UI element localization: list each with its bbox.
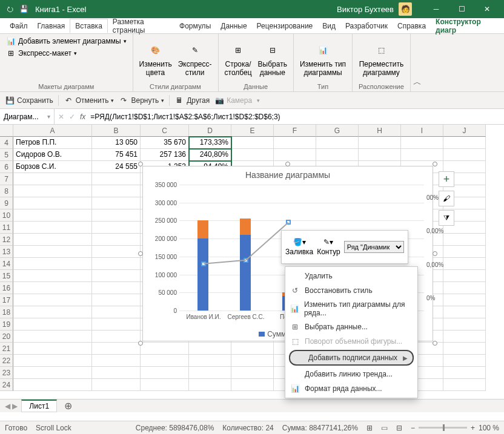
cell[interactable] xyxy=(189,379,231,391)
cell[interactable] xyxy=(443,367,486,379)
autosave-icon[interactable]: ⭮ xyxy=(5,4,16,15)
data-point[interactable] xyxy=(244,258,248,263)
cell[interactable] xyxy=(231,149,274,161)
cell[interactable] xyxy=(13,367,92,379)
handle-tl[interactable] xyxy=(138,162,143,166)
quick-layout-button[interactable]: ⊞Экспресс-макет ▾ xyxy=(6,48,77,58)
cell[interactable] xyxy=(189,355,231,367)
menu-reset-style[interactable]: ↺Восстановить стиль xyxy=(285,283,417,298)
enter-icon[interactable]: ✓ xyxy=(69,113,75,121)
cell[interactable] xyxy=(13,330,92,343)
row-header[interactable]: 18 xyxy=(0,306,13,318)
cell[interactable] xyxy=(13,306,92,318)
qat-redo-button[interactable]: ↷Вернуть ▾ xyxy=(119,96,164,105)
cell[interactable] xyxy=(92,185,141,197)
cell[interactable] xyxy=(443,282,486,294)
select-data-button[interactable]: ⊟Выбрать данные xyxy=(258,42,287,77)
cell[interactable]: Петров П.П. xyxy=(13,137,92,149)
col-header[interactable]: C xyxy=(141,125,189,137)
tab-formulas[interactable]: Формулы xyxy=(174,19,216,33)
spreadsheet-grid[interactable]: ABCDEFGHIJ 4Петров П.П.13 05035 670173,3… xyxy=(0,125,504,398)
chart-elements-button[interactable]: + xyxy=(439,171,454,187)
cell[interactable] xyxy=(13,246,92,258)
qat-save-button[interactable]: 💾Сохранить xyxy=(5,96,53,105)
row-header[interactable]: 8 xyxy=(0,185,13,197)
cell[interactable] xyxy=(13,222,92,234)
cell[interactable] xyxy=(274,149,316,161)
cell[interactable] xyxy=(401,137,443,149)
row-header[interactable]: 21 xyxy=(0,343,13,355)
chart-styles-button[interactable]: 🖌 xyxy=(439,191,454,206)
collapse-ribbon-button[interactable]: ︿ xyxy=(411,34,426,91)
handle-mr[interactable] xyxy=(433,251,437,256)
bar[interactable] xyxy=(240,235,251,311)
data-point[interactable] xyxy=(201,261,206,266)
cell[interactable] xyxy=(92,367,141,379)
cell[interactable]: 75 451 xyxy=(92,149,141,161)
cell[interactable] xyxy=(443,137,486,149)
menu-delete[interactable]: Удалить xyxy=(285,269,417,283)
col-header[interactable]: D xyxy=(189,125,231,137)
cell[interactable] xyxy=(443,149,486,161)
cell[interactable] xyxy=(443,343,486,355)
cell[interactable]: 173,33% xyxy=(189,137,231,149)
cell[interactable] xyxy=(189,343,231,355)
view-normal-button[interactable]: ⊞ xyxy=(366,424,373,432)
cell[interactable] xyxy=(92,355,141,367)
cell[interactable] xyxy=(13,197,92,209)
cell[interactable] xyxy=(13,258,92,270)
cell[interactable] xyxy=(13,355,92,367)
outline-button[interactable]: ✎▾Контур xyxy=(317,238,340,256)
cell[interactable] xyxy=(231,355,274,367)
menu-format-series[interactable]: 📊Формат ряда данных... xyxy=(285,381,417,396)
sheet-nav[interactable]: ◀ ▶ xyxy=(5,402,18,410)
row-header[interactable]: 9 xyxy=(0,197,13,209)
bar[interactable] xyxy=(240,219,251,235)
cell[interactable] xyxy=(92,234,141,246)
cell[interactable]: 13 050 xyxy=(92,137,141,149)
menu-add-trendline[interactable]: Добавить линию тренда... xyxy=(285,367,417,381)
view-pagelayout-button[interactable]: ▭ xyxy=(381,424,388,432)
row-header[interactable]: 15 xyxy=(0,270,13,282)
cell[interactable] xyxy=(443,246,486,258)
view-pagebreak-button[interactable]: ⊟ xyxy=(396,424,402,432)
row-header[interactable]: 7 xyxy=(0,173,13,185)
col-header[interactable]: B xyxy=(92,125,141,137)
cell[interactable] xyxy=(443,330,486,343)
menu-add-data-labels[interactable]: Добавить подписи данных▶ xyxy=(289,350,414,366)
cancel-icon[interactable]: ✕ xyxy=(58,113,64,121)
cell[interactable] xyxy=(359,149,401,161)
save-icon[interactable]: 💾 xyxy=(18,4,29,15)
cell[interactable] xyxy=(13,173,92,185)
data-point[interactable] xyxy=(286,220,291,225)
fx-icon[interactable]: fx xyxy=(80,113,85,121)
chart-filters-button[interactable]: ⧩ xyxy=(439,210,454,226)
cell[interactable] xyxy=(92,209,141,222)
move-chart-button[interactable]: ⬚Переместить диаграмму xyxy=(359,42,404,77)
cell[interactable] xyxy=(443,270,486,282)
cell[interactable] xyxy=(141,379,189,391)
tab-view[interactable]: Вид xyxy=(317,19,340,33)
zoom-slider[interactable] xyxy=(419,427,467,429)
row-header[interactable]: 14 xyxy=(0,258,13,270)
cell[interactable]: Борзов С.И. xyxy=(13,161,92,173)
cell[interactable]: 257 136 xyxy=(141,149,189,161)
handle-ml[interactable] xyxy=(138,251,143,256)
col-header[interactable]: G xyxy=(316,125,359,137)
menu-select-data[interactable]: ⊞Выбрать данные... xyxy=(285,320,417,334)
series-select[interactable]: Ряд "Динамик xyxy=(344,241,404,253)
tab-insert[interactable]: Вставка xyxy=(70,19,108,33)
tab-chart-design[interactable]: Конструктор диагр xyxy=(431,15,499,37)
cell[interactable] xyxy=(92,282,141,294)
row-header[interactable]: 16 xyxy=(0,282,13,294)
row-header[interactable]: 5 xyxy=(0,149,13,161)
cell[interactable]: 240,80% xyxy=(189,149,231,161)
tab-home[interactable]: Главная xyxy=(33,19,70,33)
handle-bl[interactable] xyxy=(138,341,143,346)
chevron-down-icon[interactable]: ▾ xyxy=(111,97,114,104)
cell[interactable] xyxy=(92,318,141,330)
handle-tr[interactable] xyxy=(433,162,437,166)
cell[interactable] xyxy=(13,379,92,391)
cell[interactable] xyxy=(13,294,92,306)
col-header[interactable]: H xyxy=(359,125,401,137)
